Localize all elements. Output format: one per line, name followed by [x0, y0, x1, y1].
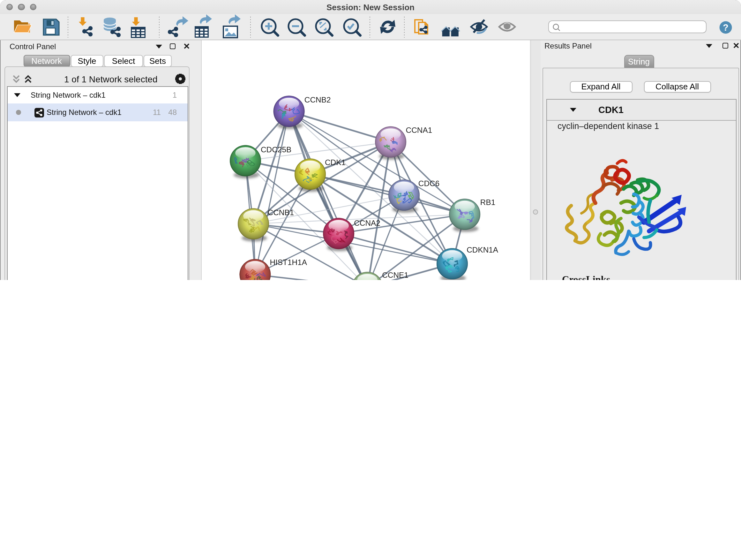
svg-text:CDC6: CDC6: [418, 179, 440, 188]
svg-text:CDC25B: CDC25B: [261, 145, 291, 154]
svg-text:HIST1H1A: HIST1H1A: [270, 258, 307, 266]
svg-text:CCNE1: CCNE1: [382, 271, 408, 279]
svg-text:CDK1: CDK1: [325, 158, 346, 167]
svg-text:CCNA1: CCNA1: [406, 126, 432, 134]
svg-text:CDKN1A: CDKN1A: [467, 246, 498, 254]
svg-text:CCNB2: CCNB2: [305, 96, 331, 104]
svg-text:CCNB1: CCNB1: [268, 208, 294, 217]
svg-text:CCNA2: CCNA2: [354, 219, 381, 227]
svg-text:?: ?: [723, 22, 729, 32]
svg-text:RB1: RB1: [480, 198, 495, 206]
